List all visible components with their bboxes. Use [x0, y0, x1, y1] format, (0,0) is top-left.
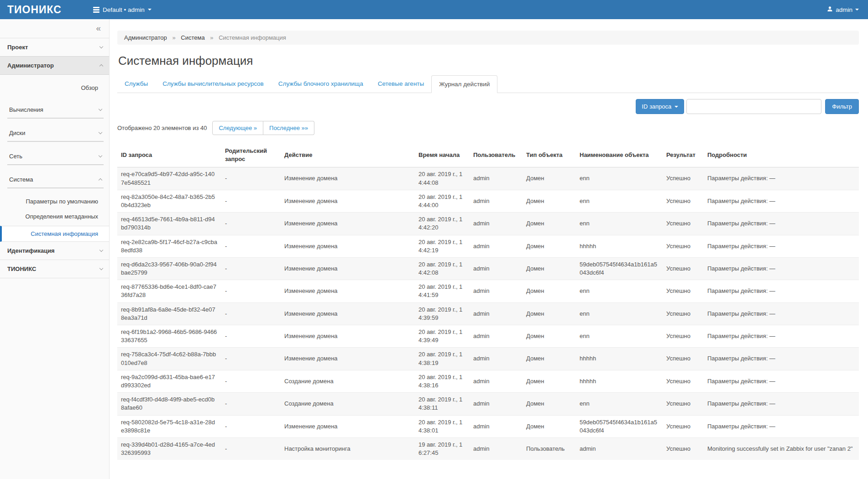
cell-time: 20 авг. 2019 г., 14:38:11	[415, 393, 470, 415]
table-header: ID запроса Родительский запрос Действие …	[117, 143, 859, 167]
cell-time: 19 авг. 2019 г., 16:27:45	[415, 437, 470, 460]
sidebar-group-label: Сеть	[9, 153, 22, 160]
cell-user: admin	[470, 213, 523, 235]
sidebar-collapse-row: «	[0, 19, 109, 38]
cell-parent: -	[221, 167, 281, 190]
context-switcher-dropdown[interactable]: Default • admin	[93, 6, 152, 13]
cell-result: Успешно	[663, 348, 704, 370]
cell-name: enn	[576, 280, 663, 302]
cell-name: enn	[576, 325, 663, 348]
sidebar-group-system[interactable]: Система	[7, 172, 104, 188]
cell-details: Параметры действия: —	[704, 257, 859, 280]
sidebar-item-admin[interactable]: Администратор	[0, 56, 109, 75]
cell-user: admin	[470, 190, 523, 212]
cell-name: admin	[576, 437, 663, 460]
cell-time: 20 авг. 2019 г., 14:44:08	[415, 167, 470, 190]
cell-user: admin	[470, 257, 523, 280]
cell-result: Успешно	[663, 437, 704, 460]
user-icon	[827, 6, 833, 13]
table-row: req-5802082d-5e75-4c18-a31e-28de3898c81e…	[117, 415, 859, 437]
cell-id: req-6f19b1a2-9968-46b5-9686-946633637655	[117, 325, 221, 348]
sidebar-collapse-button[interactable]: «	[96, 23, 101, 33]
tab-services[interactable]: Службы	[117, 75, 155, 93]
pagination-button-group: Следующее » Последнее »»	[212, 121, 314, 135]
sidebar-item-project[interactable]: Проект	[0, 38, 109, 56]
items-count-label: Отображено 20 элементов из 40	[117, 125, 207, 131]
page-title: Системная информация	[118, 54, 859, 68]
sidebar-item-tionix[interactable]: ТИОНИКС	[0, 260, 109, 278]
cell-action: Настройка мониторинга	[281, 437, 415, 460]
cell-parent: -	[221, 190, 281, 212]
caret-down-icon	[148, 9, 152, 10]
cell-details: Параметры действия: —	[704, 190, 859, 212]
filter-input[interactable]	[686, 99, 821, 114]
cell-id: req-f4cdf3f0-d4d8-49f9-abe5-ecd0b8afae60	[117, 393, 221, 415]
cell-type: Домен	[523, 257, 576, 280]
next-page-button[interactable]: Следующее »	[212, 121, 263, 135]
cell-name: enn	[576, 302, 663, 325]
breadcrumb-current: Системная информация	[219, 34, 286, 41]
sidebar-item-identity[interactable]: Идентификация	[0, 242, 109, 260]
filter-bar: ID запроса Фильтр	[117, 99, 859, 114]
cell-action: Изменение домена	[281, 348, 415, 370]
table-row: req-758ca3c4-75df-4c62-b88a-7bbb010ed7e8…	[117, 348, 859, 370]
caret-down-icon	[855, 9, 859, 10]
sidebar-item-metadata-definitions[interactable]: Определения метаданных	[0, 209, 109, 224]
breadcrumb-admin[interactable]: Администратор	[124, 34, 167, 41]
table-row: req-e70ca9d5-4b97-42dd-a95c-1407e5485521…	[117, 167, 859, 190]
cell-type: Домен	[523, 325, 576, 348]
cell-name: enn	[576, 393, 663, 415]
sidebar-item-overview[interactable]: Обзор	[0, 80, 109, 95]
cell-parent: -	[221, 213, 281, 235]
table-row: req-46513d5e-7661-4b9a-b811-d94bd790314b…	[117, 213, 859, 235]
cell-time: 20 авг. 2019 г., 14:38:16	[415, 370, 470, 392]
cell-result: Успешно	[663, 280, 704, 302]
cell-name: enn	[576, 190, 663, 212]
filter-field-dropdown[interactable]: ID запроса	[636, 99, 684, 114]
breadcrumb-system[interactable]: Система	[181, 34, 204, 41]
cell-action: Изменение домена	[281, 190, 415, 212]
action-log-table: ID запроса Родительский запрос Действие …	[117, 143, 859, 460]
last-page-button[interactable]: Последнее »»	[263, 121, 314, 135]
cell-details: Параметры действия: —	[704, 302, 859, 325]
cell-time: 20 авг. 2019 г., 14:42:19	[415, 235, 470, 257]
cell-name: hhhhh	[576, 235, 663, 257]
cell-type: Домен	[523, 415, 576, 437]
tab-network-agents[interactable]: Сетевые агенты	[371, 75, 431, 93]
main-content: Администратор » Система » Системная инфо…	[110, 19, 868, 479]
cell-time: 20 авг. 2019 г., 14:38:01	[415, 415, 470, 437]
top-navbar: ТИОНИКС Default • admin admin	[0, 0, 868, 19]
filter-button[interactable]: Фильтр	[825, 99, 859, 114]
column-header-parent-request: Родительский запрос	[221, 143, 281, 167]
sidebar-group-network[interactable]: Сеть	[7, 148, 104, 165]
cell-time: 20 авг. 2019 г., 14:42:08	[415, 257, 470, 280]
cell-time: 20 авг. 2019 г., 14:42:20	[415, 213, 470, 235]
pagination-bar: Отображено 20 элементов из 40 Следующее …	[117, 121, 859, 135]
column-header-object-name: Наименование объекта	[576, 143, 663, 167]
cell-id: req-d6da2c33-9567-406b-90a0-2f94bae25799	[117, 257, 221, 280]
tab-bar: Службы Службы вычислительных ресурсов Сл…	[117, 75, 859, 93]
chevron-down-icon	[99, 266, 103, 270]
user-menu-dropdown[interactable]: admin	[827, 6, 859, 13]
sidebar-item-defaults[interactable]: Параметры по умолчанию	[0, 194, 109, 209]
table-row: req-339d4b01-d28d-4165-a7ce-4ed326395993…	[117, 437, 859, 460]
sidebar-group-disks[interactable]: Диски	[7, 125, 104, 142]
tab-block-storage-services[interactable]: Службы блочного хранилища	[271, 75, 371, 93]
chevron-down-icon	[99, 130, 102, 134]
sidebar-item-system-information[interactable]: Системная информация	[0, 226, 109, 242]
cell-parent: -	[221, 437, 281, 460]
projects-list-icon	[93, 7, 99, 13]
table-row: req-f4cdf3f0-d4d8-49f9-abe5-ecd0b8afae60…	[117, 393, 859, 415]
tab-compute-services[interactable]: Службы вычислительных ресурсов	[155, 75, 271, 93]
cell-type: Домен	[523, 302, 576, 325]
cell-parent: -	[221, 415, 281, 437]
tab-action-log[interactable]: Журнал действий	[431, 75, 497, 93]
cell-type: Домен	[523, 167, 576, 190]
cell-id: req-8b91af8a-6a8e-45de-bf32-4e078ea3a71d	[117, 302, 221, 325]
sidebar-group-compute[interactable]: Вычисления	[7, 102, 104, 119]
cell-parent: -	[221, 280, 281, 302]
brand-logo[interactable]: ТИОНИКС	[7, 4, 93, 16]
cell-details: Параметры действия: —	[704, 235, 859, 257]
cell-id: req-758ca3c4-75df-4c62-b88a-7bbb010ed7e8	[117, 348, 221, 370]
cell-name: enn	[576, 213, 663, 235]
